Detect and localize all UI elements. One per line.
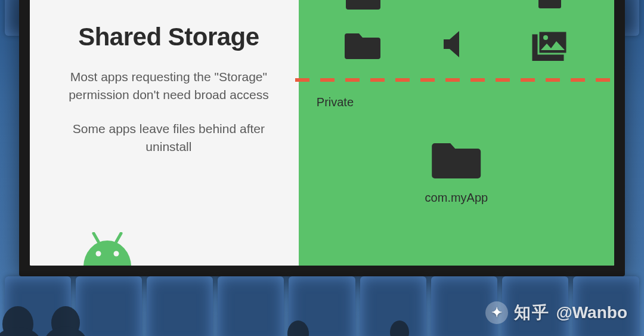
- svg-line-0: [94, 233, 98, 242]
- watermark-handle: @Wanbo: [556, 303, 627, 322]
- watermark-zhihu: 知乎: [514, 301, 550, 324]
- private-folder-label: com.myApp: [425, 191, 488, 205]
- android-head-icon: [80, 232, 134, 266]
- svg-point-6: [543, 35, 548, 40]
- folder-icon: [431, 137, 482, 179]
- svg-rect-5: [538, 31, 567, 54]
- folder-icon: [346, 0, 380, 10]
- folder-icon: [344, 29, 381, 60]
- private-section-label: Private: [317, 95, 354, 109]
- slide-paragraph-1: Most apps requesting the "Storage" permi…: [60, 68, 278, 104]
- divider-dashed-line: [295, 78, 614, 82]
- document-icon: [532, 0, 567, 10]
- top-icon-row-partial: [299, 0, 614, 10]
- svg-point-3: [114, 251, 119, 257]
- slide-right-panel: Private com.myApp: [299, 0, 614, 266]
- watermark: ✦ 知乎 @Wanbo: [485, 301, 627, 324]
- slide-paragraph-2: Some apps leave files behind after unins…: [60, 120, 278, 156]
- gallery-icon: [529, 29, 568, 61]
- svg-rect-4: [538, 0, 561, 8]
- shared-icon-row: [299, 29, 614, 61]
- svg-point-2: [96, 251, 101, 257]
- speaker-icon: [436, 29, 473, 60]
- presentation-slide: Shared Storage Most apps requesting the …: [30, 0, 614, 266]
- presentation-screen-frame: Shared Storage Most apps requesting the …: [19, 0, 625, 276]
- private-app-folder: com.myApp: [425, 137, 488, 205]
- slide-left-panel: Shared Storage Most apps requesting the …: [30, 0, 299, 266]
- wechat-icon: ✦: [485, 301, 508, 324]
- svg-line-1: [116, 233, 121, 242]
- slide-title: Shared Storage: [60, 23, 278, 51]
